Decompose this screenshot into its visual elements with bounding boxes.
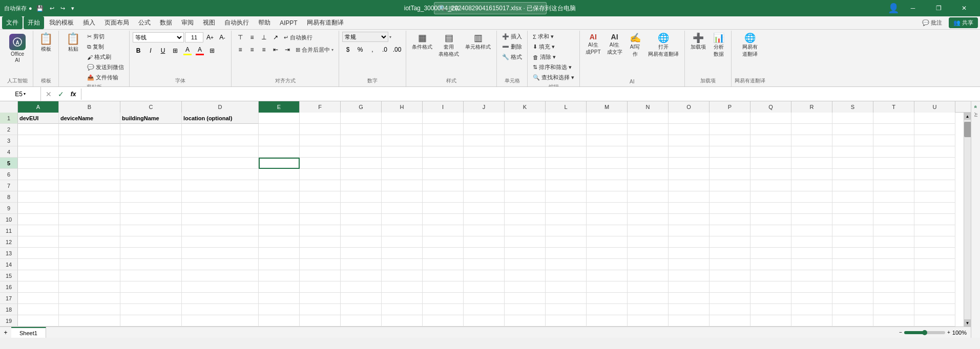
office-ai-button[interactable]: A OfficeAI — [5, 32, 30, 66]
col-header-T[interactable]: T — [873, 101, 914, 113]
cell-N1[interactable] — [628, 113, 669, 124]
minimize-button[interactable]: ─ — [901, 0, 925, 16]
cell-L2[interactable] — [546, 124, 587, 135]
menu-item-aippt[interactable]: AIPPT — [276, 17, 302, 29]
redo-button[interactable]: ↪ — [58, 4, 67, 13]
insert-function-button[interactable]: fx — [68, 89, 79, 100]
cell-I3[interactable] — [423, 135, 464, 146]
search-bar[interactable]: 🔍 搜索 — [434, 2, 547, 14]
cell-Q1[interactable] — [750, 113, 791, 124]
cell-H2[interactable] — [382, 124, 423, 135]
cell-P4[interactable] — [710, 146, 750, 158]
cell-B6[interactable] — [59, 169, 120, 180]
cell-B2[interactable] — [59, 124, 120, 135]
col-header-D[interactable]: D — [182, 101, 259, 113]
collapse-button[interactable]: « — [972, 103, 979, 111]
cell-E4[interactable] — [259, 146, 300, 158]
bold-button[interactable]: B — [133, 45, 144, 56]
cell-P5[interactable] — [710, 158, 750, 169]
row-num-3[interactable]: 3 — [0, 135, 18, 146]
font-size-decrease[interactable]: A- — [217, 32, 228, 43]
file-transfer-button[interactable]: 📤 文件传输 — [85, 73, 126, 82]
cell-U5[interactable] — [914, 158, 955, 169]
formula-input[interactable] — [81, 91, 980, 98]
cell-R5[interactable] — [791, 158, 832, 169]
cell-I2[interactable] — [423, 124, 464, 135]
delete-cell-button[interactable]: ➖ 删除 — [500, 42, 524, 52]
more-font-button[interactable]: ⊞ — [206, 45, 218, 56]
border-button[interactable]: ⊞ — [170, 45, 181, 56]
cell-O4[interactable] — [669, 146, 710, 158]
cell-C1[interactable]: buildingName — [120, 113, 182, 124]
increase-indent[interactable]: ⇥ — [282, 44, 293, 55]
open-translate-button[interactable]: 🌐 打开网易有道翻译 — [645, 32, 681, 59]
col-header-O[interactable]: O — [669, 101, 710, 113]
col-header-J[interactable]: J — [464, 101, 505, 113]
send-wechat-button[interactable]: 💬 发送到微信 — [85, 62, 126, 72]
cell-R4[interactable] — [791, 146, 832, 158]
decrease-indent[interactable]: ⇤ — [270, 44, 281, 55]
cell-A4[interactable] — [18, 146, 59, 158]
col-header-Q[interactable]: Q — [750, 101, 791, 113]
menu-item-home[interactable]: 开始 — [24, 16, 44, 29]
cell-T2[interactable] — [873, 124, 914, 135]
cell-G4[interactable] — [341, 146, 382, 158]
col-header-L[interactable]: L — [546, 101, 587, 113]
restore-button[interactable]: ❐ — [927, 0, 950, 16]
cell-M1[interactable] — [587, 113, 628, 124]
col-header-N[interactable]: N — [628, 101, 669, 113]
font-color-button[interactable]: A — [194, 45, 205, 56]
menu-item-translate[interactable]: 网易有道翻译 — [303, 16, 348, 29]
increase-decimal[interactable]: .00 — [391, 44, 403, 55]
scroll-up-button[interactable]: ▲ — [964, 113, 971, 120]
italic-button[interactable]: I — [145, 45, 156, 56]
cell-O3[interactable] — [669, 135, 710, 146]
cell-C6[interactable] — [120, 169, 182, 180]
cell-S1[interactable] — [832, 113, 873, 124]
cell-O1[interactable] — [669, 113, 710, 124]
cell-U1[interactable] — [914, 113, 955, 124]
align-top[interactable]: ⊤ — [235, 32, 246, 43]
row-num-6[interactable]: 6 — [0, 169, 18, 180]
currency-button[interactable]: $ — [342, 44, 353, 55]
cell-J2[interactable] — [464, 124, 505, 135]
cell-D4[interactable] — [182, 146, 259, 158]
cell-L3[interactable] — [546, 135, 587, 146]
row-num-16[interactable]: 16 — [0, 281, 18, 293]
menu-item-layout[interactable]: 页面布局 — [100, 16, 133, 29]
font-size-increase[interactable]: A+ — [204, 32, 216, 43]
fill-color-button[interactable]: A — [182, 45, 193, 56]
col-header-E[interactable]: E — [259, 101, 300, 113]
cell-B4[interactable] — [59, 146, 120, 158]
netease-translate-button[interactable]: 🌐 网易有道翻译 — [740, 32, 760, 59]
align-center[interactable]: ≡ — [246, 44, 258, 55]
cell-S3[interactable] — [832, 135, 873, 146]
cancel-formula-button[interactable]: ✕ — [43, 89, 54, 100]
cell-C4[interactable] — [120, 146, 182, 158]
cell-B5[interactable] — [59, 158, 120, 169]
cell-U3[interactable] — [914, 135, 955, 146]
cell-A1[interactable]: devEUI — [18, 113, 59, 124]
sort-filter-button[interactable]: ⇅ 排序和筛选 ▾ — [531, 62, 576, 72]
ai-write-button[interactable]: ✍ AI写作 — [626, 32, 644, 59]
cell-J1[interactable] — [464, 113, 505, 124]
conditional-format-button[interactable]: ▦ 条件格式 — [409, 32, 435, 52]
cell-O5[interactable] — [669, 158, 710, 169]
cell-I5[interactable] — [423, 158, 464, 169]
cell-M5[interactable] — [587, 158, 628, 169]
menu-item-help[interactable]: 帮助 — [254, 16, 275, 29]
row-num-19[interactable]: 19 — [0, 315, 18, 326]
cell-N5[interactable] — [628, 158, 669, 169]
cell-K3[interactable] — [505, 135, 546, 146]
format-cell-button[interactable]: 🔧 格式 — [500, 52, 524, 62]
row-num-8[interactable]: 8 — [0, 191, 18, 203]
col-header-R[interactable]: R — [791, 101, 832, 113]
cell-B3[interactable] — [59, 135, 120, 146]
cell-S5[interactable] — [832, 158, 873, 169]
row-num-4[interactable]: 4 — [0, 146, 18, 158]
font-family-select[interactable]: 等线 — [133, 32, 184, 42]
cell-C5[interactable] — [120, 158, 182, 169]
cell-F5[interactable] — [300, 158, 341, 169]
cell-D1[interactable]: location (optional) — [182, 113, 259, 124]
share-button[interactable]: 👥 共享 — [949, 17, 978, 28]
